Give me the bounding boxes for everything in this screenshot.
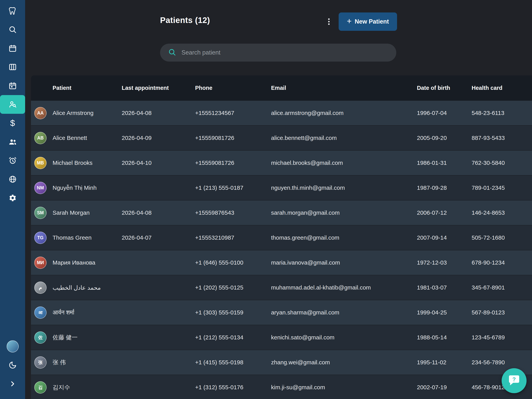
health-card-cell: 146-24-8653: [472, 209, 532, 216]
avatar: 佐: [34, 331, 47, 344]
help-button[interactable]: ?: [502, 368, 526, 393]
email-cell: muhammad.adel.al-khatib@gmail.com: [271, 284, 417, 291]
avatar-initials: SM: [37, 210, 44, 215]
sidebar-bottom: [0, 337, 25, 399]
avatar-initials: 张: [38, 360, 43, 366]
column-header-email: Email: [271, 85, 417, 91]
column-header-dob: Date of birth: [417, 85, 472, 91]
sidebar-nav: $: [0, 0, 25, 207]
patient-name: Thomas Green: [53, 234, 92, 241]
sidebar-item-reminders[interactable]: [0, 151, 25, 170]
avatar-initials: МИ: [37, 260, 44, 265]
phone-cell: +15559081726: [195, 160, 271, 166]
avatar: SM: [34, 207, 47, 219]
user-avatar-image: [7, 340, 19, 353]
patient-search-bar: [160, 44, 396, 62]
phone-cell: +1 (312) 555-0176: [195, 384, 271, 391]
column-header-patient: Patient: [31, 85, 122, 91]
search-icon: [9, 26, 17, 34]
table-row[interactable]: NM Nguyễn Thị Minh +1 (213) 555-0187 ngu…: [31, 175, 532, 200]
dob-cell: 1999-04-25: [417, 309, 472, 316]
more-options-button[interactable]: [322, 14, 336, 30]
phone-cell: +1 (212) 555-0134: [195, 334, 271, 341]
sidebar-item-patients[interactable]: [0, 95, 25, 114]
table-row[interactable]: 김 김지수 +1 (312) 555-0176 kim.ji-su@gmail.…: [31, 375, 532, 399]
last-appointment-cell: 2026-04-09: [122, 135, 195, 141]
patient-cell: MB Michael Brooks: [31, 157, 122, 169]
search-input[interactable]: [181, 44, 388, 62]
table-row[interactable]: م محمد عادل الخطيب +1 (202) 555-0125 muh…: [31, 275, 532, 300]
patient-name: محمد عادل الخطيب: [53, 284, 101, 291]
sidebar-item-board[interactable]: [0, 58, 25, 76]
dollar-icon: $: [10, 119, 15, 127]
patient-name: Michael Brooks: [53, 160, 93, 166]
svg-text:?: ?: [512, 376, 516, 382]
patient-name: Alice Armstrong: [53, 110, 94, 116]
app-logo-tooth-icon: [0, 1, 25, 20]
chevron-right-icon: [9, 380, 17, 388]
table-row[interactable]: 张 张 伟 +1 (415) 555-0198 zhang.wei@gmail.…: [31, 350, 532, 375]
columns-icon: [9, 63, 17, 71]
avatar-initials: MB: [37, 160, 44, 166]
phone-cell: +1 (646) 555-0100: [195, 259, 271, 266]
sidebar-item-billing[interactable]: $: [0, 114, 25, 133]
last-appointment-cell: 2026-04-10: [122, 160, 195, 166]
sidebar-item-language[interactable]: [0, 170, 25, 189]
new-patient-label: New Patient: [355, 18, 389, 25]
alarm-clock-icon: [9, 156, 17, 165]
table-row[interactable]: TG Thomas Green 2026-04-07 +15553210987 …: [31, 225, 532, 250]
phone-cell: +15551234567: [195, 110, 271, 116]
table-row[interactable]: AB Alice Bennett 2026-04-09 +15559081726…: [31, 125, 532, 150]
help-chat-icon: ?: [507, 374, 521, 388]
email-cell: aryan.sharma@gmail.com: [271, 309, 417, 316]
calendar-icon: [9, 44, 17, 52]
calendar-event-icon: [9, 82, 17, 90]
table-row[interactable]: 佐 佐藤 健一 +1 (212) 555-0134 kenichi.sato@g…: [31, 325, 532, 350]
email-cell: thomas.green@gmail.com: [271, 234, 417, 241]
dob-cell: 2006-07-12: [417, 209, 472, 216]
avatar: MB: [34, 157, 47, 169]
dark-mode-toggle[interactable]: [0, 356, 25, 374]
main-content: Patients (12) + New Patient: [25, 0, 532, 399]
email-cell: michael.brooks@gmail.com: [271, 160, 417, 166]
table-row[interactable]: AA Alice Armstrong 2026-04-08 +155512345…: [31, 100, 532, 125]
patient-name: Nguyễn Thị Minh: [53, 185, 97, 191]
user-avatar[interactable]: [0, 337, 25, 356]
sidebar-item-calendar[interactable]: [0, 39, 25, 58]
table-row[interactable]: МИ Мария Иванова +1 (646) 555-0100 maria…: [31, 250, 532, 275]
gear-icon: [9, 194, 17, 202]
table-body: AA Alice Armstrong 2026-04-08 +155512345…: [31, 100, 532, 399]
health-card-cell: 505-72-1680: [472, 234, 532, 241]
dob-cell: 1987-09-28: [417, 185, 472, 191]
avatar-initials: NM: [37, 185, 44, 191]
avatar: AB: [34, 132, 47, 144]
new-patient-button[interactable]: + New Patient: [339, 13, 397, 31]
health-card-cell: 345-67-8901: [472, 284, 532, 291]
patient-cell: TG Thomas Green: [31, 232, 122, 244]
table-row[interactable]: आ आर्यन शर्मा +1 (303) 555-0159 aryan.sh…: [31, 300, 532, 325]
email-cell: sarah.morgan@gmail.com: [271, 209, 417, 216]
sidebar-item-schedule[interactable]: [0, 76, 25, 95]
column-header-health-card: Health card: [472, 85, 532, 91]
phone-cell: +1 (303) 555-0159: [195, 309, 271, 316]
health-card-cell: 234-56-7890: [472, 359, 532, 366]
phone-cell: +15553210987: [195, 234, 271, 241]
sidebar-item-staff[interactable]: [0, 133, 25, 151]
health-card-cell: 762-30-5840: [472, 160, 532, 166]
avatar-initials: م: [39, 285, 42, 290]
patient-cell: NM Nguyễn Thị Minh: [31, 182, 122, 194]
dob-cell: 1981-03-07: [417, 284, 472, 291]
avatar: NM: [34, 182, 47, 194]
sidebar-item-search[interactable]: [0, 20, 25, 39]
table-row[interactable]: MB Michael Brooks 2026-04-10 +1555908172…: [31, 150, 532, 175]
dob-cell: 1995-11-02: [417, 359, 472, 366]
kebab-menu-icon: [325, 17, 333, 26]
sidebar-item-settings[interactable]: [0, 189, 25, 207]
patient-cell: 张 张 伟: [31, 356, 122, 369]
patient-name: 张 伟: [53, 359, 66, 367]
avatar: МИ: [34, 257, 47, 269]
dob-cell: 1972-12-03: [417, 259, 472, 266]
sidebar-collapse-button[interactable]: [0, 374, 25, 393]
phone-cell: +1 (213) 555-0187: [195, 185, 271, 191]
table-row[interactable]: SM Sarah Morgan 2026-04-08 +15559876543 …: [31, 200, 532, 225]
